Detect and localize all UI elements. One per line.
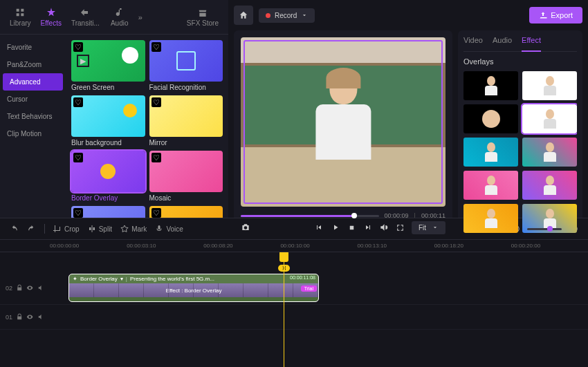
- home-icon: [239, 10, 248, 20]
- effect-mosaic[interactable]: ♡ Mosaic: [149, 151, 223, 202]
- sidebar-item-clip-motion[interactable]: Clip Motion: [0, 125, 66, 142]
- overlay-option[interactable]: [463, 71, 518, 100]
- export-button[interactable]: Export: [529, 7, 582, 23]
- timeline-clip[interactable]: ✦Border Overlay▾ | Presenting the world'…: [69, 274, 318, 301]
- crop-icon: [53, 225, 62, 233]
- trial-badge: Trial: [301, 285, 317, 292]
- home-button[interactable]: [234, 6, 253, 25]
- center-pane: Record Export: [228, 0, 588, 218]
- undo-icon: [10, 225, 19, 234]
- track-body[interactable]: [50, 305, 588, 329]
- favorite-icon[interactable]: ♡: [73, 208, 83, 218]
- tab-sfx-store[interactable]: SFX Store: [183, 4, 223, 30]
- overlay-option[interactable]: [463, 171, 518, 200]
- effect-blur-background[interactable]: ♡ Blur background: [71, 95, 145, 147]
- mute-icon[interactable]: [37, 313, 44, 321]
- prop-tab-video[interactable]: Video: [463, 36, 483, 47]
- eye-icon[interactable]: [26, 284, 33, 292]
- tab-transitions[interactable]: Transiti...: [67, 4, 104, 30]
- favorite-icon[interactable]: ♡: [151, 97, 161, 107]
- clip-audio-waveform: [69, 297, 318, 301]
- overlay-option[interactable]: [522, 171, 577, 200]
- preview-canvas[interactable]: [241, 37, 445, 207]
- crop-button[interactable]: Crop: [53, 225, 80, 233]
- overlays-title: Overlays: [463, 57, 577, 66]
- sidebar-item-favorite[interactable]: Favorite: [0, 39, 66, 56]
- effect-facial-recognition[interactable]: ♡ Facial Recognition: [149, 40, 223, 91]
- overlay-option[interactable]: [522, 138, 577, 167]
- stop-button[interactable]: [348, 224, 356, 232]
- effect-green-screen[interactable]: ♡▶ Green Screen: [71, 40, 145, 91]
- properties-panel: Video Audio Effect Overlays: [458, 30, 582, 238]
- redo-button[interactable]: [27, 225, 36, 234]
- play-button[interactable]: [331, 223, 340, 232]
- lock-icon[interactable]: [16, 284, 23, 292]
- undo-button[interactable]: [10, 225, 19, 234]
- tab-audio[interactable]: Audio: [105, 4, 134, 30]
- favorite-icon[interactable]: ♡: [151, 208, 161, 218]
- fullscreen-icon: [396, 223, 405, 232]
- seek-slider[interactable]: [241, 215, 379, 217]
- tabs-more[interactable]: »: [136, 13, 145, 21]
- overlay-option-selected[interactable]: [522, 104, 577, 133]
- effects-icon: [46, 7, 57, 18]
- overlay-option[interactable]: [463, 138, 518, 167]
- prop-tab-audio[interactable]: Audio: [493, 36, 512, 47]
- transitions-icon: [80, 7, 91, 18]
- preview-subject: [297, 71, 389, 173]
- overlays-grid: [463, 71, 577, 233]
- track-body[interactable]: ✦Border Overlay▾ | Presenting the world'…: [50, 272, 588, 304]
- export-icon: [539, 11, 547, 19]
- record-button[interactable]: Record: [259, 8, 315, 23]
- panel-tabs: Library Effects Transiti... Audio »: [0, 0, 228, 35]
- next-frame-button[interactable]: [364, 223, 372, 232]
- volume-button[interactable]: [379, 223, 389, 232]
- snapshot-button[interactable]: [241, 223, 250, 232]
- timeline: Crop Split Mark Voice 00:00:00:00 00:00:…: [0, 218, 588, 367]
- favorite-icon[interactable]: ♡: [151, 153, 161, 162]
- sidebar-item-cursor[interactable]: Cursor: [0, 91, 66, 108]
- record-dot-icon: [266, 13, 270, 18]
- sidebar-item-text-behaviors[interactable]: Text Behaviors: [0, 108, 66, 125]
- split-icon: [88, 225, 96, 233]
- effect-item[interactable]: ♡: [71, 206, 145, 218]
- prev-frame-button[interactable]: [315, 223, 323, 232]
- tab-effects[interactable]: Effects: [37, 4, 66, 30]
- favorite-icon[interactable]: ♡: [151, 42, 161, 52]
- store-icon: [197, 7, 208, 18]
- effects-grid: ♡▶ Green Screen ♡ Facial Recognition ♡ B…: [66, 35, 228, 218]
- effect-border-overlay[interactable]: ♡ Border Overlay: [71, 151, 145, 202]
- audio-icon: [114, 7, 125, 18]
- fit-select[interactable]: Fit: [412, 221, 445, 234]
- favorite-icon[interactable]: ♡: [73, 42, 83, 52]
- sidebar-item-advanced[interactable]: Advanced: [3, 73, 63, 91]
- tab-library[interactable]: Library: [6, 4, 35, 30]
- mute-icon[interactable]: [37, 284, 44, 292]
- mark-button[interactable]: Mark: [120, 225, 147, 233]
- chevron-down-icon: [432, 224, 439, 231]
- eye-icon[interactable]: [26, 313, 33, 321]
- chevron-down-icon: [301, 12, 308, 19]
- overlay-option[interactable]: [463, 204, 518, 233]
- lock-icon[interactable]: [16, 313, 23, 321]
- split-button[interactable]: Split: [88, 225, 112, 233]
- voice-button[interactable]: Voice: [155, 225, 183, 233]
- zoom-slider[interactable]: [527, 228, 562, 230]
- playhead[interactable]: ⟩⟨: [284, 252, 284, 367]
- overlay-option[interactable]: [522, 71, 577, 100]
- prev-icon: [315, 223, 323, 232]
- preview-player: 00:00:09 | 00:00:11 Fit: [234, 30, 452, 238]
- volume-icon: [379, 223, 389, 232]
- favorite-icon[interactable]: ♡: [73, 97, 83, 107]
- overlay-option[interactable]: [463, 104, 518, 133]
- effects-panel: Library Effects Transiti... Audio »: [0, 0, 228, 218]
- effect-mirror[interactable]: ♡ Mirror: [149, 95, 223, 147]
- favorite-icon[interactable]: ♡: [73, 153, 83, 162]
- prop-tab-effect[interactable]: Effect: [522, 36, 541, 52]
- sidebar-item-panzoom[interactable]: Pan&Zoom: [0, 56, 66, 73]
- timeline-ruler[interactable]: 00:00:00:00 00:00:03:10 00:00:08:20 00:0…: [0, 240, 588, 252]
- redo-icon: [27, 225, 36, 234]
- fullscreen-button[interactable]: [396, 223, 405, 232]
- effect-item[interactable]: ♡: [149, 206, 223, 218]
- camera-icon: [241, 223, 250, 232]
